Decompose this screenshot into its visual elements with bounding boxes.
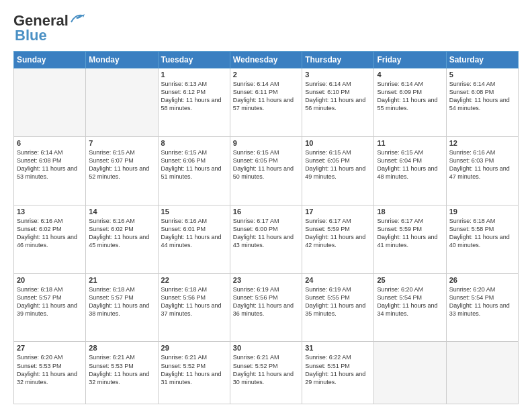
weekday-header-wednesday: Wednesday bbox=[230, 52, 302, 68]
day-number: 16 bbox=[233, 208, 299, 216]
calendar-cell bbox=[446, 342, 518, 404]
cell-info: Sunrise: 6:22 AM Sunset: 5:51 PM Dayligh… bbox=[305, 353, 371, 386]
weekday-header-tuesday: Tuesday bbox=[158, 52, 230, 68]
cell-info: Sunrise: 6:18 AM Sunset: 5:56 PM Dayligh… bbox=[161, 285, 227, 318]
day-number: 17 bbox=[305, 208, 371, 216]
calendar-cell: 24Sunrise: 6:19 AM Sunset: 5:55 PM Dayli… bbox=[302, 273, 374, 342]
day-number: 30 bbox=[233, 344, 299, 352]
day-number: 3 bbox=[305, 71, 371, 79]
day-number: 14 bbox=[89, 208, 154, 216]
calendar-cell: 8Sunrise: 6:15 AM Sunset: 6:06 PM Daylig… bbox=[158, 136, 230, 205]
weekday-header-row: SundayMondayTuesdayWednesdayThursdayFrid… bbox=[14, 52, 519, 68]
day-number: 26 bbox=[449, 276, 515, 284]
day-number: 8 bbox=[161, 139, 227, 147]
logo-blue: Blue bbox=[15, 27, 47, 44]
day-number: 7 bbox=[89, 139, 154, 147]
calendar-row-2: 6Sunrise: 6:14 AM Sunset: 6:08 PM Daylig… bbox=[14, 136, 519, 205]
calendar-cell: 3Sunrise: 6:14 AM Sunset: 6:10 PM Daylig… bbox=[302, 68, 374, 137]
cell-info: Sunrise: 6:17 AM Sunset: 5:59 PM Dayligh… bbox=[377, 217, 443, 250]
cell-info: Sunrise: 6:14 AM Sunset: 6:10 PM Dayligh… bbox=[305, 80, 371, 113]
day-number: 5 bbox=[449, 71, 515, 79]
calendar-cell: 27Sunrise: 6:20 AM Sunset: 5:53 PM Dayli… bbox=[14, 342, 86, 404]
weekday-header-sunday: Sunday bbox=[14, 52, 86, 68]
weekday-header-monday: Monday bbox=[86, 52, 158, 68]
day-number: 21 bbox=[89, 276, 154, 284]
cell-info: Sunrise: 6:20 AM Sunset: 5:53 PM Dayligh… bbox=[17, 353, 83, 386]
day-number: 11 bbox=[377, 139, 443, 147]
cell-info: Sunrise: 6:15 AM Sunset: 6:04 PM Dayligh… bbox=[377, 148, 443, 181]
cell-info: Sunrise: 6:14 AM Sunset: 6:08 PM Dayligh… bbox=[17, 148, 83, 181]
cell-info: Sunrise: 6:16 AM Sunset: 6:02 PM Dayligh… bbox=[17, 217, 83, 250]
cell-info: Sunrise: 6:20 AM Sunset: 5:54 PM Dayligh… bbox=[449, 285, 515, 318]
day-number: 15 bbox=[161, 208, 227, 216]
calendar-cell: 4Sunrise: 6:14 AM Sunset: 6:09 PM Daylig… bbox=[374, 68, 446, 137]
calendar-cell: 22Sunrise: 6:18 AM Sunset: 5:56 PM Dayli… bbox=[158, 273, 230, 342]
calendar-cell: 10Sunrise: 6:15 AM Sunset: 6:05 PM Dayli… bbox=[302, 136, 374, 205]
calendar-cell: 15Sunrise: 6:16 AM Sunset: 6:01 PM Dayli… bbox=[158, 205, 230, 273]
calendar-row-4: 20Sunrise: 6:18 AM Sunset: 5:57 PM Dayli… bbox=[14, 273, 519, 342]
calendar-cell: 11Sunrise: 6:15 AM Sunset: 6:04 PM Dayli… bbox=[374, 136, 446, 205]
calendar-cell: 2Sunrise: 6:14 AM Sunset: 6:11 PM Daylig… bbox=[230, 68, 302, 137]
calendar-cell: 20Sunrise: 6:18 AM Sunset: 5:57 PM Dayli… bbox=[14, 273, 86, 342]
day-number: 4 bbox=[377, 71, 443, 79]
cell-info: Sunrise: 6:15 AM Sunset: 6:05 PM Dayligh… bbox=[233, 148, 299, 181]
calendar-row-3: 13Sunrise: 6:16 AM Sunset: 6:02 PM Dayli… bbox=[14, 205, 519, 273]
cell-info: Sunrise: 6:18 AM Sunset: 5:57 PM Dayligh… bbox=[17, 285, 83, 318]
calendar-cell: 6Sunrise: 6:14 AM Sunset: 6:08 PM Daylig… bbox=[14, 136, 86, 205]
calendar-cell bbox=[86, 68, 158, 137]
day-number: 29 bbox=[161, 344, 227, 352]
calendar-cell: 25Sunrise: 6:20 AM Sunset: 5:54 PM Dayli… bbox=[374, 273, 446, 342]
cell-info: Sunrise: 6:20 AM Sunset: 5:54 PM Dayligh… bbox=[377, 285, 443, 318]
cell-info: Sunrise: 6:15 AM Sunset: 6:05 PM Dayligh… bbox=[305, 148, 371, 181]
cell-info: Sunrise: 6:19 AM Sunset: 5:55 PM Dayligh… bbox=[305, 285, 371, 318]
cell-info: Sunrise: 6:14 AM Sunset: 6:11 PM Dayligh… bbox=[233, 80, 299, 113]
calendar-cell: 21Sunrise: 6:18 AM Sunset: 5:57 PM Dayli… bbox=[86, 273, 158, 342]
cell-info: Sunrise: 6:14 AM Sunset: 6:09 PM Dayligh… bbox=[377, 80, 443, 113]
day-number: 19 bbox=[449, 208, 515, 216]
cell-info: Sunrise: 6:14 AM Sunset: 6:08 PM Dayligh… bbox=[449, 80, 515, 113]
header: General Blue bbox=[13, 12, 519, 44]
day-number: 31 bbox=[305, 344, 371, 352]
calendar-table: SundayMondayTuesdayWednesdayThursdayFrid… bbox=[13, 51, 519, 404]
calendar-cell: 16Sunrise: 6:17 AM Sunset: 6:00 PM Dayli… bbox=[230, 205, 302, 273]
day-number: 25 bbox=[377, 276, 443, 284]
logo: General Blue bbox=[13, 12, 85, 44]
calendar-cell: 19Sunrise: 6:18 AM Sunset: 5:58 PM Dayli… bbox=[446, 205, 518, 273]
cell-info: Sunrise: 6:17 AM Sunset: 5:59 PM Dayligh… bbox=[305, 217, 371, 250]
day-number: 28 bbox=[89, 344, 154, 352]
day-number: 22 bbox=[161, 276, 227, 284]
cell-info: Sunrise: 6:21 AM Sunset: 5:52 PM Dayligh… bbox=[161, 353, 227, 386]
calendar-cell: 28Sunrise: 6:21 AM Sunset: 5:53 PM Dayli… bbox=[86, 342, 158, 404]
cell-info: Sunrise: 6:17 AM Sunset: 6:00 PM Dayligh… bbox=[233, 217, 299, 250]
day-number: 13 bbox=[17, 208, 83, 216]
day-number: 2 bbox=[233, 71, 299, 79]
calendar-cell bbox=[14, 68, 86, 137]
cell-info: Sunrise: 6:15 AM Sunset: 6:06 PM Dayligh… bbox=[161, 148, 227, 181]
calendar-cell: 30Sunrise: 6:21 AM Sunset: 5:52 PM Dayli… bbox=[230, 342, 302, 404]
calendar-cell: 14Sunrise: 6:16 AM Sunset: 6:02 PM Dayli… bbox=[86, 205, 158, 273]
day-number: 1 bbox=[161, 71, 227, 79]
cell-info: Sunrise: 6:13 AM Sunset: 6:12 PM Dayligh… bbox=[161, 80, 227, 113]
cell-info: Sunrise: 6:19 AM Sunset: 5:56 PM Dayligh… bbox=[233, 285, 299, 318]
calendar-cell: 13Sunrise: 6:16 AM Sunset: 6:02 PM Dayli… bbox=[14, 205, 86, 273]
day-number: 9 bbox=[233, 139, 299, 147]
calendar-cell: 29Sunrise: 6:21 AM Sunset: 5:52 PM Dayli… bbox=[158, 342, 230, 404]
logo-bird-icon bbox=[70, 13, 85, 25]
calendar-cell: 7Sunrise: 6:15 AM Sunset: 6:07 PM Daylig… bbox=[86, 136, 158, 205]
calendar-cell: 17Sunrise: 6:17 AM Sunset: 5:59 PM Dayli… bbox=[302, 205, 374, 273]
calendar-row-1: 1Sunrise: 6:13 AM Sunset: 6:12 PM Daylig… bbox=[14, 68, 519, 137]
calendar-cell: 9Sunrise: 6:15 AM Sunset: 6:05 PM Daylig… bbox=[230, 136, 302, 205]
calendar-cell: 12Sunrise: 6:16 AM Sunset: 6:03 PM Dayli… bbox=[446, 136, 518, 205]
calendar-cell: 26Sunrise: 6:20 AM Sunset: 5:54 PM Dayli… bbox=[446, 273, 518, 342]
calendar-cell: 18Sunrise: 6:17 AM Sunset: 5:59 PM Dayli… bbox=[374, 205, 446, 273]
day-number: 24 bbox=[305, 276, 371, 284]
calendar-cell: 31Sunrise: 6:22 AM Sunset: 5:51 PM Dayli… bbox=[302, 342, 374, 404]
calendar-cell: 23Sunrise: 6:19 AM Sunset: 5:56 PM Dayli… bbox=[230, 273, 302, 342]
cell-info: Sunrise: 6:16 AM Sunset: 6:01 PM Dayligh… bbox=[161, 217, 227, 250]
cell-info: Sunrise: 6:16 AM Sunset: 6:03 PM Dayligh… bbox=[449, 148, 515, 181]
weekday-header-thursday: Thursday bbox=[302, 52, 374, 68]
cell-info: Sunrise: 6:21 AM Sunset: 5:52 PM Dayligh… bbox=[233, 353, 299, 386]
day-number: 20 bbox=[17, 276, 83, 284]
calendar-cell bbox=[374, 342, 446, 404]
weekday-header-saturday: Saturday bbox=[446, 52, 518, 68]
